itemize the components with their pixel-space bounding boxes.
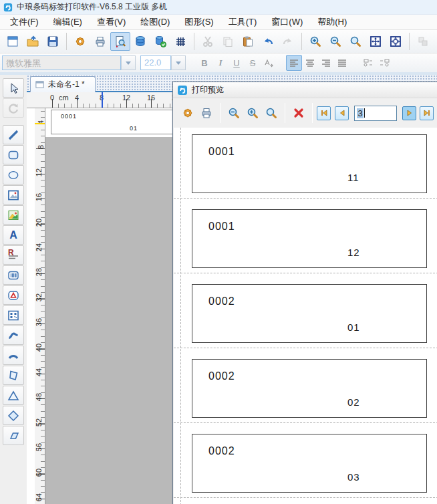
italic-button[interactable]: I: [212, 55, 229, 71]
select-tool-button[interactable]: [3, 78, 24, 98]
ellipse-tool-button[interactable]: [3, 165, 24, 184]
menu-tools[interactable]: 工具(T): [221, 15, 265, 29]
menu-window[interactable]: 窗口(W): [264, 15, 310, 29]
menu-help[interactable]: 帮助(H): [310, 15, 354, 29]
fit-window-button[interactable]: [386, 32, 406, 51]
first-page-icon: [320, 109, 328, 117]
copy-button[interactable]: [218, 32, 238, 51]
underline-button[interactable]: U: [229, 55, 245, 71]
rotate-tool-button[interactable]: [3, 98, 24, 118]
font-family-combo[interactable]: 微软雅黑: [2, 55, 136, 70]
settings-gear-icon: [74, 35, 87, 48]
preview-close-button[interactable]: [289, 101, 308, 125]
database-button[interactable]: [130, 32, 150, 51]
preview-label: 0002 02: [192, 359, 427, 418]
distribute-horizontal-button[interactable]: [361, 55, 377, 71]
triangle-tool-button[interactable]: [3, 386, 24, 405]
font-size-dropdown-button[interactable]: [171, 55, 186, 70]
align-justify-button[interactable]: [334, 55, 350, 71]
document-tab[interactable]: 未命名-1 *: [30, 76, 96, 92]
grid-setup-button[interactable]: [170, 32, 190, 51]
window-title: 中琅条码标签打印软件-V6.5.8 工业版 多机: [17, 1, 167, 13]
align-right-button[interactable]: [318, 55, 334, 71]
preview-zoom-out-button[interactable]: [225, 101, 243, 125]
canvas-label-number[interactable]: 01: [130, 125, 138, 132]
group-button[interactable]: [413, 32, 433, 51]
barcode-tool-button[interactable]: [3, 265, 24, 285]
char-spacing-button[interactable]: [261, 55, 277, 71]
paste-button[interactable]: [238, 32, 258, 51]
preview-print-button[interactable]: [197, 101, 216, 125]
picture-frame-icon: [7, 188, 20, 202]
preview-zoom-button[interactable]: [262, 101, 281, 125]
diamond-tool-button[interactable]: [3, 406, 24, 425]
settings-button[interactable]: [70, 32, 90, 51]
arc-tool-button[interactable]: [3, 346, 24, 365]
zoom-out-button[interactable]: [325, 32, 345, 51]
bold-button[interactable]: B: [196, 55, 212, 71]
copy-icon: [221, 35, 235, 48]
font-family-dropdown-button[interactable]: [121, 55, 136, 70]
font-size-combo[interactable]: 22.0: [140, 55, 186, 70]
preview-label-number: 12: [347, 247, 360, 258]
last-page-button[interactable]: [420, 106, 434, 120]
menu-draw[interactable]: 绘图(D): [133, 15, 177, 29]
print-button[interactable]: [90, 32, 110, 51]
h-ruler-number: 0: [50, 94, 54, 102]
page-number-input[interactable]: 3: [354, 106, 397, 121]
menu-view[interactable]: 查看(V): [90, 15, 133, 29]
parallelogram-tool-button[interactable]: [3, 426, 24, 445]
new-document-button[interactable]: [3, 32, 23, 51]
font-size-value[interactable]: 22.0: [140, 55, 171, 70]
line-tool-button[interactable]: [3, 125, 24, 144]
grid-setup-icon: [174, 35, 187, 48]
preview-label-code: 0001: [208, 146, 235, 158]
first-page-button[interactable]: [317, 106, 331, 120]
font-family-value[interactable]: 微软雅黑: [2, 55, 121, 70]
h-ruler-number: 16: [147, 94, 155, 102]
print-preview-button[interactable]: [110, 32, 130, 51]
fit-page-button[interactable]: [366, 32, 386, 51]
preview-zoom-in-button[interactable]: [243, 101, 262, 125]
picture-color-tool-button[interactable]: [3, 205, 24, 225]
polygon-tool-button[interactable]: [3, 366, 24, 385]
align-left-button[interactable]: [286, 55, 302, 71]
print-preview-dialog: 打印预览 3 0001 11 0001 12: [172, 82, 437, 504]
dialog-title: 打印预览: [192, 84, 224, 96]
cut-button[interactable]: [198, 32, 218, 51]
ellipse-icon: [7, 168, 20, 182]
preview-page-area[interactable]: 0001 11 0001 12 0002 01 0002 02 0002 03: [174, 128, 437, 504]
picture-frame-tool-button[interactable]: [3, 185, 24, 205]
fit-page-icon: [369, 35, 382, 48]
zoom-tool-button[interactable]: [345, 32, 366, 51]
database-connected-icon: [154, 35, 167, 48]
distribute-vertical-button[interactable]: [377, 55, 393, 71]
shape-library-tool-button[interactable]: [3, 285, 24, 305]
rich-text-tool-button[interactable]: R: [3, 245, 24, 265]
dialog-titlebar[interactable]: 打印预览: [173, 82, 437, 98]
menubar: 文件(F) 编辑(E) 查看(V) 绘图(D) 图形(S) 工具(T) 窗口(W…: [0, 15, 437, 30]
strikethrough-button[interactable]: S: [245, 55, 261, 71]
preview-settings-button[interactable]: [178, 101, 197, 125]
open-file-button[interactable]: [23, 32, 43, 51]
undo-button[interactable]: [258, 32, 278, 51]
zoom-in-button[interactable]: [305, 32, 325, 51]
redo-button[interactable]: [278, 32, 298, 51]
rounded-rectangle-tool-button[interactable]: [3, 145, 24, 164]
preview-label-code: 0002: [208, 370, 235, 382]
v-ruler-number: 28: [35, 268, 43, 276]
prev-page-button[interactable]: [335, 106, 349, 120]
print-icon: [94, 35, 107, 48]
menu-edit[interactable]: 编辑(E): [46, 15, 90, 29]
text-tool-button[interactable]: A: [3, 225, 24, 245]
menu-shape[interactable]: 图形(S): [177, 15, 221, 29]
database-connect-button[interactable]: [150, 32, 170, 51]
canvas-label-code[interactable]: 0001: [61, 113, 77, 120]
save-button[interactable]: [43, 32, 63, 51]
menu-file[interactable]: 文件(F): [3, 15, 46, 29]
qrcode-tool-button[interactable]: [3, 305, 24, 325]
zoom-out-icon: [227, 106, 241, 120]
next-page-button[interactable]: [402, 106, 416, 120]
curve-tool-button[interactable]: [3, 326, 24, 345]
align-center-button[interactable]: [302, 55, 318, 71]
